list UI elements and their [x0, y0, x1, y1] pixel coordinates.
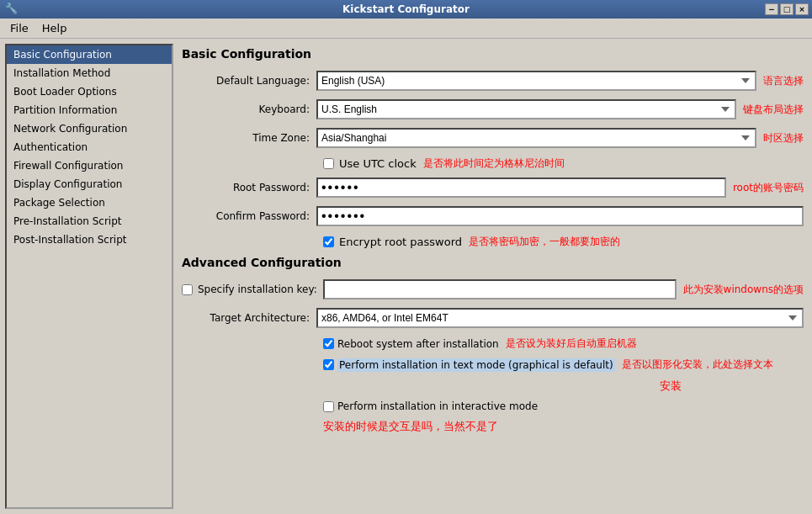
root-password-input[interactable] — [316, 178, 726, 198]
sidebar-item-network[interactable]: Network Configuration — [7, 119, 172, 138]
keyboard-annotation: 键盘布局选择 — [743, 103, 804, 117]
sidebar-item-packages[interactable]: Package Selection — [7, 193, 172, 212]
keyboard-label: Keyboard: — [182, 103, 316, 115]
encrypt-group: Encrypt root password 是否将密码加密，一般都要加密的 — [182, 235, 804, 249]
reboot-group: Reboot system after installation 是否设为装好后… — [182, 336, 804, 351]
keyboard-group: Keyboard: U.S. English 键盘布局选择 — [182, 99, 804, 119]
textmode-annotation2: 安装 — [660, 379, 682, 392]
target-arch-group: Target Architecture: x86, AMD64, or Inte… — [182, 308, 804, 328]
sidebar-item-authentication[interactable]: Authentication — [7, 138, 172, 156]
content-area: Basic Configuration Default Language: En… — [178, 44, 807, 509]
reboot-checkbox[interactable] — [323, 338, 334, 349]
confirm-password-input[interactable] — [316, 206, 804, 226]
default-language-select[interactable]: English (USA) — [316, 71, 756, 91]
target-arch-label: Target Architecture: — [182, 312, 316, 324]
utc-group: Use UTC clock 是否将此时间定为格林尼治时间 — [182, 156, 804, 171]
sidebar-item-boot-loader[interactable]: Boot Loader Options — [7, 82, 172, 101]
app-icon: 🔧 — [5, 3, 19, 16]
sidebar: Basic Configuration Installation Method … — [5, 44, 173, 509]
window-title: Kickstart Configurator — [342, 3, 470, 15]
textmode-checkbox[interactable] — [323, 359, 334, 370]
utc-annotation: 是否将此时间定为格林尼治时间 — [423, 156, 565, 171]
sidebar-item-pre-install[interactable]: Pre-Installation Script — [7, 212, 172, 231]
utc-label: Use UTC clock — [339, 157, 417, 170]
menu-file[interactable]: File — [3, 20, 35, 36]
maximize-button[interactable]: □ — [780, 3, 793, 15]
sidebar-item-installation-method[interactable]: Installation Method — [7, 64, 172, 82]
encrypt-annotation: 是否将密码加密，一般都要加密的 — [469, 235, 620, 249]
textmode-annotation1: 是否以图形化安装，此处选择文本 — [622, 358, 773, 372]
utc-checkbox[interactable] — [323, 158, 334, 169]
timezone-label: Time Zone: — [182, 132, 316, 144]
reboot-label: Reboot system after installation — [323, 338, 499, 350]
minimize-button[interactable]: − — [765, 3, 778, 15]
install-key-annotation: 此为安装windowns的选项 — [683, 283, 804, 297]
confirm-password-group: Confirm Password: — [182, 206, 804, 226]
textmode-annotation2-wrapper: 安装 — [182, 379, 804, 394]
confirm-password-label: Confirm Password: — [182, 210, 316, 222]
interactive-label: Perform installation in interactive mode — [323, 400, 538, 412]
install-key-checkbox[interactable] — [182, 284, 193, 295]
install-key-group: Specify installation key: 此为安装windowns的选… — [182, 279, 804, 299]
root-password-label: Root Password: — [182, 182, 316, 193]
target-arch-select[interactable]: x86, AMD64, or Intel EM64T — [316, 308, 804, 328]
encrypt-label: Encrypt root password — [339, 236, 462, 248]
reboot-annotation: 是否设为装好后自动重启机器 — [506, 336, 637, 351]
interactive-group: Perform installation in interactive mode — [182, 400, 804, 412]
advanced-config-title: Advanced Configuration — [182, 256, 804, 269]
close-button[interactable]: × — [795, 3, 809, 15]
main-window: Basic Configuration Installation Method … — [0, 39, 812, 514]
interactive-annotation: 安装的时候是交互是吗，当然不是了 — [182, 419, 804, 434]
textmode-text: Perform installation in text mode (graph… — [337, 358, 615, 372]
root-password-annotation: root的账号密码 — [733, 181, 804, 195]
sidebar-item-basic-configuration[interactable]: Basic Configuration — [7, 45, 172, 64]
root-password-group: Root Password: root的账号密码 — [182, 178, 804, 198]
timezone-select[interactable]: Asia/Shanghai — [316, 128, 756, 148]
sidebar-item-display[interactable]: Display Configuration — [7, 175, 172, 193]
interactive-checkbox[interactable] — [323, 401, 334, 412]
timezone-group: Time Zone: Asia/Shanghai 时区选择 — [182, 128, 804, 148]
timezone-annotation: 时区选择 — [763, 131, 804, 146]
window-controls: − □ × — [765, 3, 809, 15]
sidebar-item-partition[interactable]: Partition Information — [7, 101, 172, 119]
basic-config-title: Basic Configuration — [182, 47, 804, 61]
default-language-label: Default Language: — [182, 75, 316, 87]
menubar: File Help — [0, 19, 812, 39]
sidebar-item-post-install[interactable]: Post-Installation Script — [7, 231, 172, 249]
default-language-group: Default Language: English (USA) 语言选择 — [182, 71, 804, 91]
encrypt-checkbox[interactable] — [323, 236, 334, 247]
keyboard-select[interactable]: U.S. English — [316, 99, 736, 119]
titlebar: 🔧 Kickstart Configurator − □ × — [0, 0, 812, 19]
install-key-checkbox-wrapper: Specify installation key: — [182, 283, 323, 295]
textmode-group: Perform installation in text mode (graph… — [182, 358, 804, 372]
install-key-label: Specify installation key: — [198, 283, 317, 295]
textmode-label: Perform installation in text mode (graph… — [323, 358, 615, 372]
menu-help[interactable]: Help — [35, 20, 74, 36]
install-key-input[interactable] — [323, 279, 677, 299]
sidebar-item-firewall[interactable]: Firewall Configuration — [7, 156, 172, 175]
default-language-annotation: 语言选择 — [763, 74, 804, 88]
